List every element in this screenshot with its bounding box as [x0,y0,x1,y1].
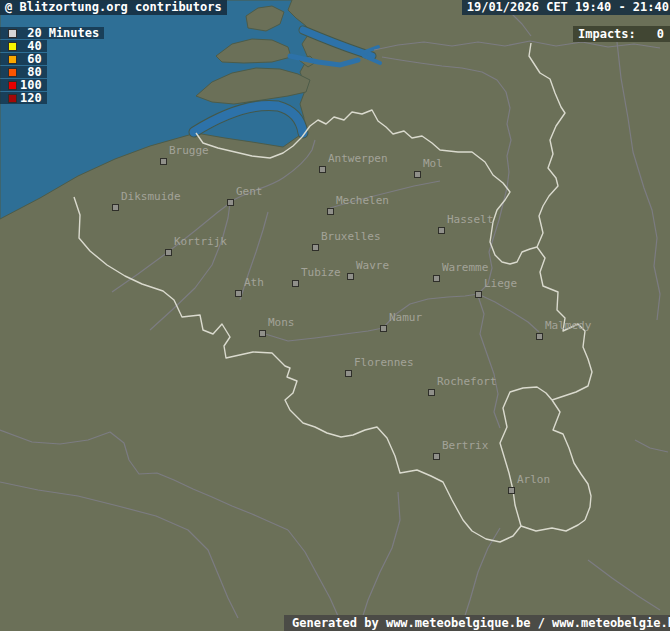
city-label: Bertrix [442,440,488,451]
city-label: Gent [236,186,263,197]
legend-row: 40 [0,40,47,52]
impacts-box: Impacts: 0 [573,26,670,42]
city-marker [508,487,515,494]
city-label: Arlon [517,474,550,485]
city-marker [160,158,167,165]
city-label: Namur [389,312,422,323]
city-marker [433,453,440,460]
city-label: Bruxelles [321,231,381,242]
legend-suffix: Minutes [49,26,100,40]
city-marker [536,333,543,340]
legend-minutes: 100 [20,78,42,92]
city-label: Ath [244,277,264,288]
city-label: Antwerpen [328,153,388,164]
lightning-map-screen: Brugge Antwerpen Mol Diksmuide Gent Mech… [0,0,670,631]
legend-minutes: 20 [20,26,42,40]
legend-color-swatch [8,68,17,77]
city-label: Waremme [442,262,488,273]
legend-row: 60 [0,53,47,65]
credit-bar: @ Blitzortung.org contributors [0,0,227,15]
city-label: Hasselt [447,214,493,225]
city-marker [428,389,435,396]
legend-color-swatch [8,94,17,103]
city-marker [259,330,266,337]
city-label: Mechelen [336,195,389,206]
city-label: Malmedy [545,320,591,331]
legend-minutes: 80 [20,65,42,79]
city-marker [235,290,242,297]
city-label: Mol [423,158,443,169]
legend-color-swatch [8,42,17,51]
city-label: Kortrijk [174,236,227,247]
city-label: Liege [484,278,517,289]
legend-row: 120 [0,92,47,104]
city-marker [312,244,319,251]
city-label: Brugge [169,145,209,156]
legend-color-swatch [8,81,17,90]
legend-minutes: 40 [20,39,42,53]
city-marker [345,370,352,377]
city-marker [433,275,440,282]
legend: 20 Minutes 40 60 80 100 120 [0,27,104,105]
city-label: Florennes [354,357,414,368]
legend-color-swatch [8,29,17,38]
impacts-value: 0 [657,27,664,41]
legend-row: 80 [0,66,47,78]
city-label: Diksmuide [121,191,181,202]
city-label: Rochefort [437,376,497,387]
legend-color-swatch [8,55,17,64]
city-marker [227,199,234,206]
city-marker [347,273,354,280]
city-marker [475,291,482,298]
footer-bar: Generated by www.meteobelgique.be / www.… [284,615,670,631]
city-marker [438,227,445,234]
city-marker [165,249,172,256]
city-label: Mons [268,317,295,328]
city-marker [414,171,421,178]
city-label: Wavre [356,260,389,271]
city-marker [327,208,334,215]
city-marker [112,204,119,211]
city-marker [380,325,387,332]
legend-row: 20 Minutes [0,27,104,39]
city-marker [292,280,299,287]
city-label: Tubize [301,267,341,278]
impacts-label: Impacts: [578,27,636,41]
legend-row: 100 [0,79,47,91]
datetime-bar: 19/01/2026 CET 19:40 - 21:40 [462,0,670,15]
legend-minutes: 60 [20,52,42,66]
legend-minutes: 120 [20,91,42,105]
city-marker [319,166,326,173]
